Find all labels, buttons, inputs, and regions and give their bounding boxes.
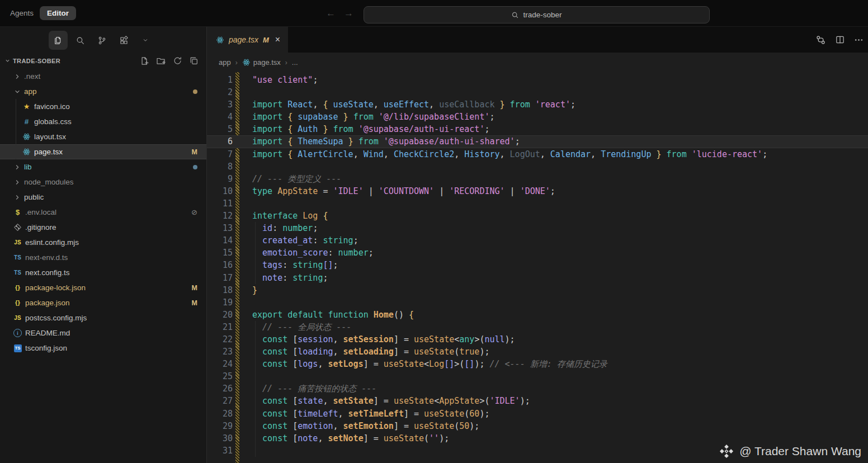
- code-line-12[interactable]: 12interface Log {: [207, 210, 868, 222]
- line-number: 3: [207, 98, 233, 111]
- tree-item-tsconfig.json[interactable]: TStsconfig.json: [0, 341, 206, 356]
- nav-forward-icon[interactable]: →: [344, 8, 353, 19]
- code-line-1[interactable]: 1"use client";: [207, 74, 868, 86]
- code-line-5[interactable]: 5import { Auth } from '@supabase/auth-ui…: [207, 123, 868, 135]
- line-number: 6: [207, 135, 233, 148]
- explorer-header[interactable]: TRADE-SOBER: [0, 54, 206, 68]
- titlebar-mode-switch: Agents Editor: [0, 6, 76, 20]
- tree-item-.gitignore[interactable]: .gitignore: [0, 220, 206, 235]
- tree-item-label: next.config.ts: [25, 268, 70, 277]
- tree-item-favicon.ico[interactable]: ★favicon.ico: [0, 99, 206, 114]
- code-text: const [logs, setLogs] = useState<Log[]>(…: [233, 358, 607, 370]
- breadcrumb-item-page-tsx[interactable]: page.tsx: [242, 58, 281, 67]
- tree-item-public[interactable]: public: [0, 190, 206, 205]
- agents-tab[interactable]: Agents: [10, 9, 34, 17]
- global-search[interactable]: trade-sober: [364, 6, 710, 23]
- chevron-down-icon[interactable]: [136, 31, 155, 50]
- code-line-4[interactable]: 4import { supabase } from '@/lib/supabas…: [207, 111, 868, 123]
- ignored-badge: ⊘: [191, 208, 197, 216]
- code-line-17[interactable]: 17 note: string;: [207, 272, 868, 284]
- code-line-27[interactable]: 27 const [state, setState] = useState<Ap…: [207, 395, 868, 407]
- tree-item-next.config.ts[interactable]: TSnext.config.ts: [0, 265, 206, 280]
- split-editor-icon[interactable]: [835, 35, 845, 45]
- extensions-icon[interactable]: [114, 31, 133, 50]
- code-line-13[interactable]: 13 id: number;: [207, 222, 868, 234]
- code-text: "use client";: [233, 74, 318, 86]
- tree-item-layout.tsx[interactable]: layout.tsx: [0, 129, 206, 144]
- tree-item-label: lib: [24, 163, 32, 171]
- source-control-icon[interactable]: [92, 31, 111, 50]
- line-number: 16: [207, 259, 233, 271]
- tree-item-eslint.config.mjs[interactable]: JSeslint.config.mjs: [0, 235, 206, 250]
- tree-item-label: postcss.config.mjs: [25, 314, 87, 322]
- tree-item-README.md[interactable]: iREADME.md: [0, 325, 206, 341]
- open-changes-icon[interactable]: [815, 35, 826, 45]
- code-text: emotion_score: number;: [233, 247, 374, 259]
- code-text: import { supabase } from '@/lib/supabase…: [233, 111, 495, 123]
- code-line-15[interactable]: 15 emotion_score: number;: [207, 247, 868, 259]
- code-line-19[interactable]: 19: [207, 296, 868, 309]
- tree-item-package.json[interactable]: {}package.jsonM: [0, 295, 206, 310]
- code-line-10[interactable]: 10type AppState = 'IDLE' | 'COUNTDOWN' |…: [207, 185, 868, 197]
- code-line-6[interactable]: 6import { ThemeSupa } from '@supabase/au…: [207, 135, 868, 148]
- code-line-14[interactable]: 14 created_at: string;: [207, 234, 868, 247]
- code-line-24[interactable]: 24 const [logs, setLogs] = useState<Log[…: [207, 358, 868, 370]
- code-line-25[interactable]: 25: [207, 370, 868, 382]
- tree-item-next-env.d.ts[interactable]: TSnext-env.d.ts: [0, 250, 206, 265]
- line-number: 4: [207, 111, 233, 123]
- tree-item-package-lock.json[interactable]: {}package-lock.jsonM: [0, 280, 206, 295]
- chevron-right-icon: [12, 74, 22, 79]
- tree-item-app[interactable]: app: [0, 84, 206, 99]
- search-text: trade-sober: [523, 11, 562, 19]
- tree-item-page.tsx[interactable]: page.tsxM: [0, 144, 206, 159]
- tree-item-globals.css[interactable]: #globals.css: [0, 114, 206, 129]
- editor-tab[interactable]: Editor: [40, 6, 76, 20]
- code-line-16[interactable]: 16 tags: string[];: [207, 259, 868, 271]
- search-icon[interactable]: [70, 31, 89, 50]
- code-line-28[interactable]: 28 const [timeLeft, setTimeLeft] = useSt…: [207, 408, 868, 420]
- files-icon[interactable]: [49, 31, 68, 50]
- close-icon[interactable]: ×: [275, 35, 280, 44]
- refresh-icon[interactable]: [173, 56, 182, 66]
- nav-back-icon[interactable]: ←: [326, 8, 336, 19]
- tree-item-.next[interactable]: .next: [0, 69, 206, 84]
- code-line-11[interactable]: 11: [207, 197, 868, 210]
- breadcrumb-item-app[interactable]: app: [219, 58, 231, 67]
- code-line-23[interactable]: 23 const [loading, setLoading] = useStat…: [207, 346, 868, 358]
- code-line-30[interactable]: 30 const [note, setNote] = useState('');: [207, 432, 868, 445]
- code-line-2[interactable]: 2: [207, 86, 868, 98]
- line-number: 9: [207, 173, 233, 185]
- code-editor[interactable]: 1"use client";23import React, { useState…: [207, 72, 868, 463]
- code-line-21[interactable]: 21 // --- 全局状态 ---: [207, 321, 868, 333]
- code-line-29[interactable]: 29 const [emotion, setEmotion] = useStat…: [207, 420, 868, 432]
- code-line-9[interactable]: 9// --- 类型定义 ---: [207, 173, 868, 185]
- git-status-dot: [193, 89, 197, 94]
- editor-tabbar: page.tsx M ×: [207, 27, 868, 53]
- code-line-18[interactable]: 18}: [207, 284, 868, 296]
- tree-item-label: .gitignore: [25, 223, 56, 232]
- watermark: @ Trader Shawn Wang: [719, 444, 861, 459]
- tree-item-lib[interactable]: lib: [0, 159, 206, 174]
- code-line-3[interactable]: 3import React, { useState, useEffect, us…: [207, 98, 868, 111]
- new-folder-icon[interactable]: [156, 56, 166, 66]
- chevron-right-icon: [12, 195, 22, 200]
- code-line-20[interactable]: 20export default function Home() {: [207, 309, 868, 321]
- line-number: 1: [207, 74, 233, 86]
- code-text: // --- 类型定义 ---: [233, 173, 341, 185]
- tree-item-.env.local[interactable]: $.env.local⊘: [0, 205, 206, 220]
- tree-item-label: eslint.config.mjs: [25, 238, 79, 247]
- code-line-22[interactable]: 22 const [session, setSession] = useStat…: [207, 333, 868, 346]
- new-file-icon[interactable]: [139, 56, 149, 66]
- more-actions-icon[interactable]: [854, 35, 864, 45]
- tab-page-tsx[interactable]: page.tsx M ×: [207, 27, 288, 53]
- code-line-26[interactable]: 26 // --- 痛苦按钮的状态 ---: [207, 382, 868, 395]
- line-number: 23: [207, 346, 233, 358]
- code-line-8[interactable]: 8: [207, 160, 868, 173]
- code-text: created_at: string;: [233, 234, 358, 247]
- breadcrumb-item--[interactable]: ...: [292, 58, 298, 67]
- tsbox-file-icon: TS: [12, 344, 23, 352]
- code-line-7[interactable]: 7import { AlertCircle, Wind, CheckCircle…: [207, 148, 868, 160]
- tree-item-node_modules[interactable]: node_modules: [0, 174, 206, 190]
- collapse-all-icon[interactable]: [189, 56, 199, 66]
- tree-item-postcss.config.mjs[interactable]: JSpostcss.config.mjs: [0, 310, 206, 325]
